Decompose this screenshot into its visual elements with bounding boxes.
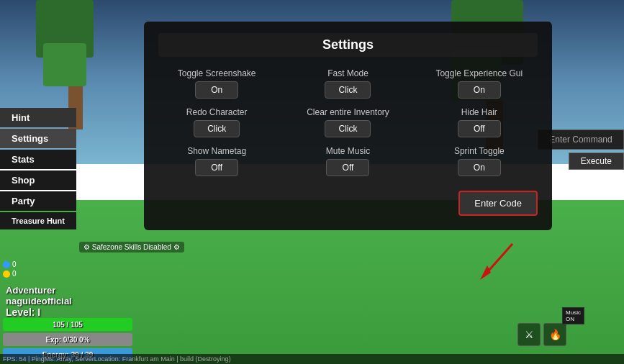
player-class: Adventurer — [6, 285, 72, 296]
hide-hair-btn[interactable]: Off — [458, 120, 501, 137]
status-bar: FPS: 54 | PingMs: Array, ServerLocation:… — [0, 354, 624, 364]
blue-dot — [3, 261, 10, 268]
settings-title: Settings — [158, 33, 538, 57]
bottom-icon-2[interactable]: 🔥 — [543, 323, 566, 346]
bottom-icon-1[interactable]: ⚔ — [517, 323, 541, 346]
setting-show-nametag: Show Nametag Off — [158, 146, 275, 176]
safezone-indicator: ⚙ Safezone Skills Disabled ⚙ — [79, 242, 184, 252]
show-nametag-btn[interactable]: Off — [195, 159, 238, 176]
settings-bottom: Enter Code — [158, 185, 538, 216]
toggle-exp-gui-btn[interactable]: On — [458, 81, 501, 99]
setting-hide-hair: Hide Hair Off — [421, 107, 538, 137]
enter-code-button[interactable]: Enter Code — [458, 191, 538, 216]
sidebar-item-party[interactable]: Party — [0, 191, 76, 211]
sidebar-item-stats[interactable]: Stats — [0, 150, 76, 169]
redo-character-btn[interactable]: Click — [194, 120, 240, 137]
setting-toggle-exp-gui: Toggle Experience Gui On — [421, 68, 538, 99]
sidebar-item-hint[interactable]: Hint — [0, 108, 76, 127]
setting-redo-character: Redo Character Click — [158, 107, 275, 137]
clear-inventory-btn[interactable]: Click — [325, 120, 371, 137]
health-bar: 105 / 105 — [3, 318, 132, 331]
setting-mute-music: Mute Music Off — [289, 146, 406, 176]
setting-fast-mode: Fast Mode Click — [289, 68, 406, 99]
bottom-icons: ⚔ 🔥 — [517, 323, 566, 346]
setting-sprint-toggle: Sprint Toggle On — [421, 146, 538, 176]
sidebar-item-settings[interactable]: Settings — [0, 129, 76, 148]
sprint-toggle-btn[interactable]: On — [458, 159, 501, 176]
setting-clear-inventory: Clear entire Inventory Click — [289, 107, 406, 137]
sidebar-item-treasure-hunt[interactable]: Treasure Hunt — [0, 212, 76, 229]
settings-grid: Toggle Screenshake On Fast Mode Click To… — [158, 68, 538, 176]
dot-indicators: 0 0 — [3, 260, 17, 278]
setting-toggle-screenshake: Toggle Screenshake On — [158, 68, 275, 99]
mute-music-btn[interactable]: Off — [326, 159, 369, 176]
fast-mode-btn[interactable]: Click — [325, 81, 371, 99]
settings-panel: Settings Toggle Screenshake On Fast Mode… — [144, 22, 552, 230]
music-badge: MusicON — [562, 307, 584, 324]
yellow-dot-value: 0 — [12, 270, 17, 278]
sidebar: Hint Settings Stats Shop Party Treasure … — [0, 108, 76, 229]
yellow-dot — [3, 270, 10, 278]
player-name: naguideofficial — [6, 296, 72, 306]
execute-button[interactable]: Execute — [569, 153, 624, 170]
exp-bar: Exp: 0/30 0% — [3, 333, 132, 346]
blue-dot-value: 0 — [12, 260, 17, 268]
sidebar-item-shop[interactable]: Shop — [0, 170, 76, 190]
toggle-screenshake-btn[interactable]: On — [195, 81, 238, 99]
